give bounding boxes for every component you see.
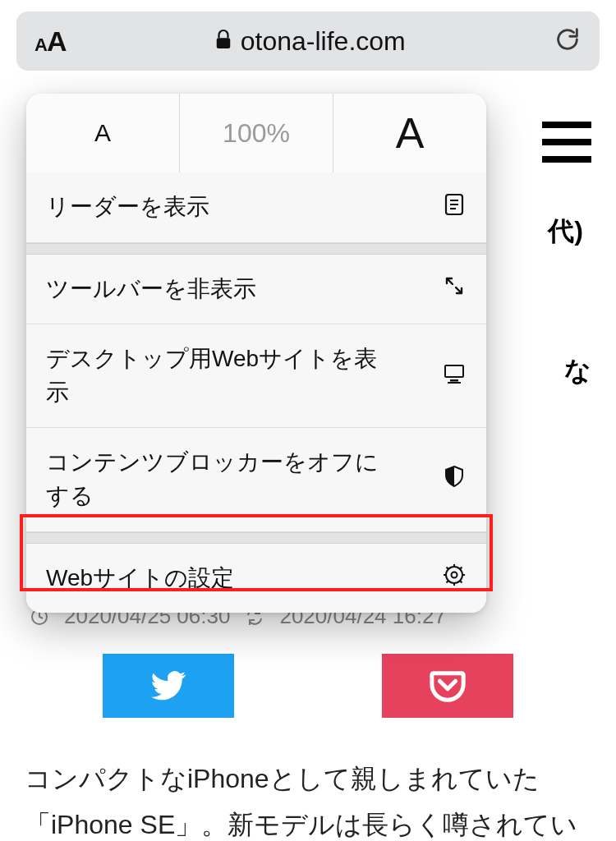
menu-item-content-blocker-off[interactable]: コンテンツブロッカーをオフにする [26, 428, 486, 531]
share-row [0, 654, 616, 718]
lock-icon [214, 26, 232, 57]
aA-popup-menu: A 100% A リーダーを表示 ツールバーを非表示 デスクトップ用Webサイト… [26, 94, 486, 613]
svg-line-16 [447, 568, 449, 570]
menu-item-show-reader[interactable]: リーダーを表示 [26, 172, 486, 243]
zoom-row: A 100% A [26, 94, 486, 172]
menu-separator [26, 532, 486, 544]
menu-item-hide-toolbar[interactable]: ツールバーを非表示 [26, 255, 486, 325]
zoom-in-button[interactable]: A [333, 94, 486, 172]
shield-half-icon [442, 464, 467, 494]
article-body: コンパクトなiPhoneとして親しまれていた「iPhone SE」。新モデルは長… [25, 756, 591, 841]
menu-item-label: リーダーを表示 [46, 191, 209, 224]
gear-icon [442, 563, 467, 593]
partial-text: な [564, 353, 591, 389]
menu-item-label: ツールバーを非表示 [46, 273, 256, 306]
partial-text: 代) [548, 214, 583, 250]
pocket-icon [429, 667, 467, 705]
text-size-button[interactable]: AA [34, 25, 66, 57]
svg-line-19 [447, 581, 449, 583]
reader-icon [442, 192, 467, 223]
address-bar[interactable]: AA otona-life.com [16, 11, 600, 71]
svg-line-18 [460, 568, 462, 570]
svg-rect-8 [450, 379, 458, 382]
menu-item-website-settings[interactable]: Webサイトの設定 [26, 544, 486, 614]
svg-rect-7 [446, 366, 462, 376]
twitter-icon [149, 667, 187, 705]
zoom-percent[interactable]: 100% [180, 94, 333, 172]
url-domain[interactable]: otona-life.com [214, 26, 406, 57]
hamburger-menu-icon[interactable] [542, 122, 591, 163]
menu-item-label: コンテンツブロッカーをオフにする [46, 446, 399, 512]
zoom-out-button[interactable]: A [26, 94, 180, 172]
menu-item-label: Webサイトの設定 [46, 562, 234, 595]
menu-item-desktop-site[interactable]: デスクトップ用Webサイトを表示 [26, 324, 486, 428]
reload-button[interactable] [554, 25, 582, 57]
desktop-icon [442, 361, 467, 391]
menu-separator [26, 243, 486, 255]
domain-text: otona-life.com [241, 26, 406, 57]
expand-icon [442, 273, 467, 304]
pocket-share-button[interactable] [382, 654, 513, 718]
svg-rect-0 [216, 38, 230, 48]
svg-rect-9 [448, 382, 461, 384]
svg-line-17 [460, 581, 462, 583]
menu-item-label: デスクトップ用Webサイトを表示 [46, 342, 399, 409]
twitter-share-button[interactable] [103, 654, 234, 718]
svg-point-11 [452, 572, 457, 578]
